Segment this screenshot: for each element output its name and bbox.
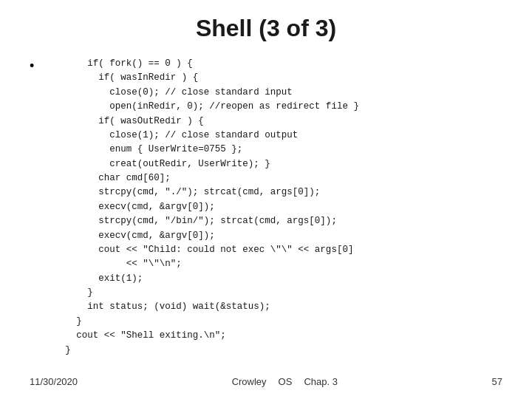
- footer-page: 57: [492, 376, 502, 387]
- footer-center: Crowley OS Chap. 3: [232, 376, 338, 387]
- code-block: if( fork() == 0 ) { if( wasInRedir ) { c…: [43, 57, 359, 358]
- slide-title: Shell (3 of 3): [30, 15, 502, 42]
- bullet-icon: •: [30, 58, 34, 74]
- content-section: • if( fork() == 0 ) { if( wasInRedir ) {…: [30, 57, 502, 358]
- footer: 11/30/2020 Crowley OS Chap. 3 57: [0, 376, 532, 387]
- footer-chapter: Chap. 3: [304, 376, 338, 387]
- slide: Shell (3 of 3) • if( fork() == 0 ) { if(…: [0, 0, 532, 399]
- footer-subject: OS: [279, 376, 293, 387]
- footer-date: 11/30/2020: [30, 376, 78, 387]
- footer-author: Crowley: [232, 376, 267, 387]
